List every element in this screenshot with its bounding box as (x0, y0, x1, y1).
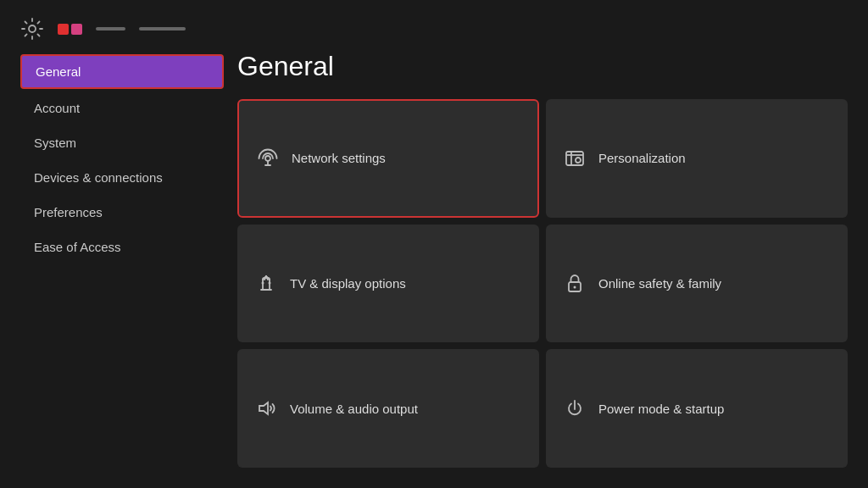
tile-label-volume: Volume & audio output (290, 402, 418, 416)
top-bar-line1 (96, 27, 125, 30)
page-title: General (224, 51, 848, 82)
tv-display-icon (254, 271, 278, 295)
sidebar-item-devices[interactable]: Devices & connections (20, 162, 224, 193)
svg-point-16 (574, 286, 576, 289)
tile-network[interactable]: Network settings (237, 99, 539, 218)
tile-tv-display[interactable]: TV & display options (237, 225, 539, 343)
svg-point-0 (29, 25, 36, 32)
top-bar-line2 (139, 27, 186, 30)
tile-label-power: Power mode & startup (598, 402, 724, 416)
top-bar (0, 0, 868, 51)
svg-marker-17 (259, 402, 268, 414)
tile-label-online-safety: Online safety & family (598, 276, 721, 291)
main-layout: General Account System Devices & connect… (0, 51, 868, 488)
tile-power[interactable]: Power mode & startup (546, 349, 848, 468)
sidebar-label-account: Account (34, 101, 80, 115)
sidebar: General Account System Devices & connect… (20, 51, 224, 468)
square-red (58, 24, 69, 35)
sidebar-item-general[interactable]: General (20, 54, 224, 89)
svg-point-7 (576, 158, 581, 163)
settings-grid: Network settings Personalization (224, 99, 848, 468)
gear-icon (20, 17, 44, 41)
color-squares (58, 24, 82, 35)
tile-volume[interactable]: Volume & audio output (237, 349, 539, 468)
content-area: General Network settings (224, 51, 848, 468)
tile-personalization[interactable]: Personalization (546, 99, 848, 218)
lock-icon (563, 271, 587, 295)
sidebar-label-general: General (36, 64, 81, 79)
power-icon (563, 396, 587, 420)
sidebar-label-ease: Ease of Access (34, 240, 121, 254)
tile-label-network: Network settings (292, 151, 386, 165)
sidebar-item-system[interactable]: System (20, 127, 224, 158)
sidebar-label-preferences: Preferences (34, 205, 103, 219)
square-pink (71, 24, 82, 35)
sidebar-label-system: System (34, 136, 76, 150)
volume-icon (254, 396, 278, 420)
sidebar-label-devices: Devices & connections (34, 170, 163, 185)
tile-label-tv-display: TV & display options (290, 276, 406, 291)
sidebar-item-preferences[interactable]: Preferences (20, 197, 224, 228)
network-icon (256, 147, 280, 170)
sidebar-item-ease[interactable]: Ease of Access (20, 231, 224, 263)
tile-label-personalization: Personalization (598, 151, 686, 165)
tile-online-safety[interactable]: Online safety & family (546, 225, 848, 343)
personalization-icon (563, 147, 587, 170)
sidebar-item-account[interactable]: Account (20, 92, 224, 124)
